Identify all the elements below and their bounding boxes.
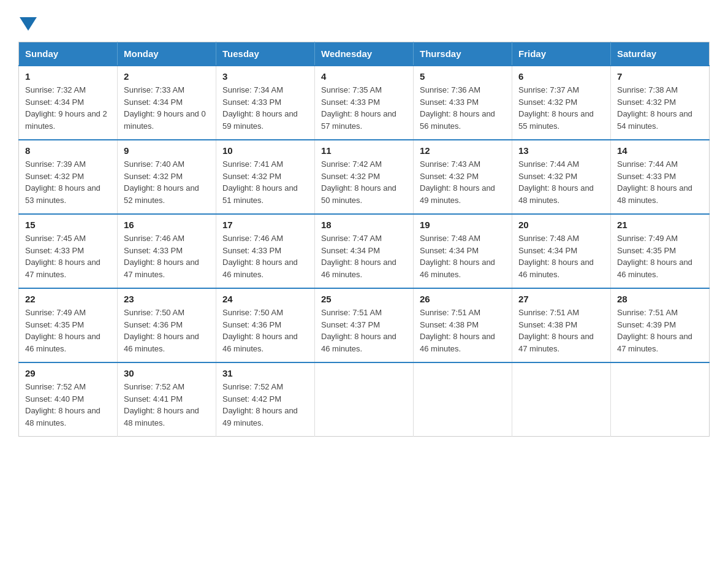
day-number: 30 [124, 368, 210, 378]
day-number: 6 [518, 71, 604, 82]
day-info: Sunrise: 7:37 AMSunset: 4:32 PMDaylight:… [518, 85, 594, 131]
calendar-cell: 20 Sunrise: 7:48 AMSunset: 4:34 PMDaylig… [512, 214, 611, 288]
day-number: 24 [222, 294, 308, 304]
calendar-cell: 7 Sunrise: 7:38 AMSunset: 4:32 PMDayligh… [611, 66, 710, 140]
calendar-cell: 26 Sunrise: 7:51 AMSunset: 4:38 PMDaylig… [414, 288, 512, 362]
calendar-cell: 15 Sunrise: 7:45 AMSunset: 4:33 PMDaylig… [19, 214, 118, 288]
day-info: Sunrise: 7:38 AMSunset: 4:32 PMDaylight:… [617, 85, 692, 131]
weekday-header-saturday: Saturday [611, 42, 710, 66]
logo-triangle-icon [20, 17, 37, 31]
weekday-header-sunday: Sunday [19, 42, 118, 66]
day-number: 4 [321, 71, 407, 82]
day-number: 11 [321, 145, 407, 156]
day-number: 29 [25, 368, 111, 378]
calendar-cell: 27 Sunrise: 7:51 AMSunset: 4:38 PMDaylig… [512, 288, 611, 362]
day-info: Sunrise: 7:41 AMSunset: 4:32 PMDaylight:… [222, 159, 298, 205]
calendar-cell: 6 Sunrise: 7:37 AMSunset: 4:32 PMDayligh… [512, 66, 611, 140]
calendar-cell: 22 Sunrise: 7:49 AMSunset: 4:35 PMDaylig… [19, 288, 118, 362]
day-info: Sunrise: 7:51 AMSunset: 4:38 PMDaylight:… [420, 308, 495, 353]
day-number: 19 [420, 220, 506, 230]
calendar-cell: 29 Sunrise: 7:52 AMSunset: 4:40 PMDaylig… [19, 362, 118, 437]
day-info: Sunrise: 7:52 AMSunset: 4:41 PMDaylight:… [124, 382, 199, 427]
day-info: Sunrise: 7:51 AMSunset: 4:37 PMDaylight:… [321, 308, 396, 353]
weekday-header-tuesday: Tuesday [216, 42, 315, 66]
day-number: 26 [420, 294, 506, 304]
weekday-header-wednesday: Wednesday [315, 42, 414, 66]
day-number: 20 [518, 220, 604, 230]
logo [18, 15, 37, 31]
calendar-cell: 23 Sunrise: 7:50 AMSunset: 4:36 PMDaylig… [118, 288, 216, 362]
day-number: 25 [321, 294, 407, 304]
day-number: 28 [617, 294, 703, 304]
calendar-cell: 30 Sunrise: 7:52 AMSunset: 4:41 PMDaylig… [118, 362, 216, 437]
day-number: 13 [518, 145, 604, 156]
calendar-table: SundayMondayTuesdayWednesdayThursdayFrid… [18, 42, 710, 437]
day-info: Sunrise: 7:49 AMSunset: 4:35 PMDaylight:… [25, 308, 100, 353]
calendar-week-row: 15 Sunrise: 7:45 AMSunset: 4:33 PMDaylig… [19, 214, 710, 288]
day-info: Sunrise: 7:34 AMSunset: 4:33 PMDaylight:… [222, 85, 298, 131]
calendar-cell [414, 362, 512, 437]
calendar-cell: 5 Sunrise: 7:36 AMSunset: 4:33 PMDayligh… [414, 66, 512, 140]
calendar-cell [315, 362, 414, 437]
day-number: 1 [25, 71, 111, 82]
calendar-week-row: 1 Sunrise: 7:32 AMSunset: 4:34 PMDayligh… [19, 66, 710, 140]
calendar-cell [611, 362, 710, 437]
day-number: 27 [518, 294, 604, 304]
calendar-cell: 3 Sunrise: 7:34 AMSunset: 4:33 PMDayligh… [216, 66, 315, 140]
day-info: Sunrise: 7:51 AMSunset: 4:38 PMDaylight:… [518, 308, 594, 353]
calendar-cell: 28 Sunrise: 7:51 AMSunset: 4:39 PMDaylig… [611, 288, 710, 362]
day-number: 9 [124, 145, 210, 156]
day-info: Sunrise: 7:48 AMSunset: 4:34 PMDaylight:… [420, 234, 495, 279]
calendar-cell: 24 Sunrise: 7:50 AMSunset: 4:36 PMDaylig… [216, 288, 315, 362]
calendar-cell: 9 Sunrise: 7:40 AMSunset: 4:32 PMDayligh… [118, 140, 216, 214]
day-info: Sunrise: 7:36 AMSunset: 4:33 PMDaylight:… [420, 85, 495, 131]
day-info: Sunrise: 7:32 AMSunset: 4:34 PMDaylight:… [25, 85, 107, 131]
day-info: Sunrise: 7:50 AMSunset: 4:36 PMDaylight:… [124, 308, 199, 353]
day-number: 5 [420, 71, 506, 82]
calendar-cell [512, 362, 611, 437]
day-info: Sunrise: 7:43 AMSunset: 4:32 PMDaylight:… [420, 159, 495, 205]
calendar-week-row: 29 Sunrise: 7:52 AMSunset: 4:40 PMDaylig… [19, 362, 710, 437]
weekday-header-monday: Monday [118, 42, 216, 66]
day-number: 21 [617, 220, 703, 230]
calendar-cell: 8 Sunrise: 7:39 AMSunset: 4:32 PMDayligh… [19, 140, 118, 214]
day-info: Sunrise: 7:52 AMSunset: 4:40 PMDaylight:… [25, 382, 100, 427]
day-info: Sunrise: 7:46 AMSunset: 4:33 PMDaylight:… [222, 234, 298, 279]
day-info: Sunrise: 7:51 AMSunset: 4:39 PMDaylight:… [617, 308, 692, 353]
calendar-cell: 4 Sunrise: 7:35 AMSunset: 4:33 PMDayligh… [315, 66, 414, 140]
calendar-cell: 13 Sunrise: 7:44 AMSunset: 4:32 PMDaylig… [512, 140, 611, 214]
calendar-cell: 31 Sunrise: 7:52 AMSunset: 4:42 PMDaylig… [216, 362, 315, 437]
day-number: 18 [321, 220, 407, 230]
calendar-cell: 12 Sunrise: 7:43 AMSunset: 4:32 PMDaylig… [414, 140, 512, 214]
day-number: 31 [222, 368, 308, 378]
day-number: 17 [222, 220, 308, 230]
calendar-cell: 18 Sunrise: 7:47 AMSunset: 4:34 PMDaylig… [315, 214, 414, 288]
calendar-cell: 11 Sunrise: 7:42 AMSunset: 4:32 PMDaylig… [315, 140, 414, 214]
day-info: Sunrise: 7:42 AMSunset: 4:32 PMDaylight:… [321, 159, 396, 205]
calendar-cell: 25 Sunrise: 7:51 AMSunset: 4:37 PMDaylig… [315, 288, 414, 362]
calendar-cell: 16 Sunrise: 7:46 AMSunset: 4:33 PMDaylig… [118, 214, 216, 288]
day-number: 7 [617, 71, 703, 82]
day-info: Sunrise: 7:46 AMSunset: 4:33 PMDaylight:… [124, 234, 199, 279]
day-info: Sunrise: 7:39 AMSunset: 4:32 PMDaylight:… [25, 159, 100, 205]
day-number: 14 [617, 145, 703, 156]
day-info: Sunrise: 7:40 AMSunset: 4:32 PMDaylight:… [124, 159, 199, 205]
day-info: Sunrise: 7:35 AMSunset: 4:33 PMDaylight:… [321, 85, 396, 131]
day-number: 15 [25, 220, 111, 230]
day-info: Sunrise: 7:48 AMSunset: 4:34 PMDaylight:… [518, 234, 594, 279]
day-number: 22 [25, 294, 111, 304]
day-info: Sunrise: 7:49 AMSunset: 4:35 PMDaylight:… [617, 234, 692, 279]
day-number: 2 [124, 71, 210, 82]
calendar-header-row: SundayMondayTuesdayWednesdayThursdayFrid… [19, 42, 710, 66]
day-info: Sunrise: 7:44 AMSunset: 4:32 PMDaylight:… [518, 159, 594, 205]
calendar-cell: 19 Sunrise: 7:48 AMSunset: 4:34 PMDaylig… [414, 214, 512, 288]
calendar-cell: 14 Sunrise: 7:44 AMSunset: 4:33 PMDaylig… [611, 140, 710, 214]
day-info: Sunrise: 7:50 AMSunset: 4:36 PMDaylight:… [222, 308, 298, 353]
weekday-header-friday: Friday [512, 42, 611, 66]
day-number: 3 [222, 71, 308, 82]
calendar-week-row: 22 Sunrise: 7:49 AMSunset: 4:35 PMDaylig… [19, 288, 710, 362]
day-info: Sunrise: 7:52 AMSunset: 4:42 PMDaylight:… [222, 382, 298, 427]
calendar-cell: 10 Sunrise: 7:41 AMSunset: 4:32 PMDaylig… [216, 140, 315, 214]
day-info: Sunrise: 7:47 AMSunset: 4:34 PMDaylight:… [321, 234, 396, 279]
day-number: 23 [124, 294, 210, 304]
